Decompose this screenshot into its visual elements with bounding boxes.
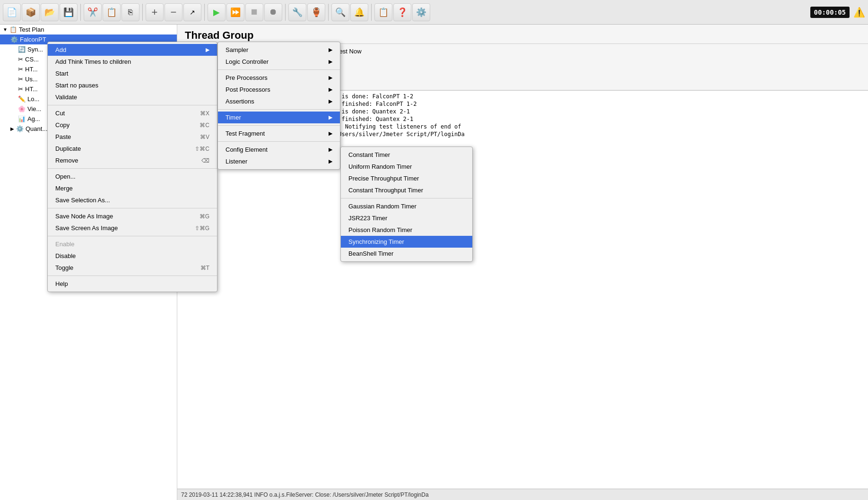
menu-item-label: Validate <box>55 94 77 101</box>
submenu-item-label: Listener <box>226 158 247 165</box>
submenu-item-logic-controller[interactable]: Logic Controller▶ <box>218 56 340 68</box>
submenu-arrow-icon: ▶ <box>329 158 332 164</box>
submenu-arrow-icon: ▶ <box>329 86 332 93</box>
submenu-arrow-icon: ▶ <box>329 114 332 121</box>
menu-item-help[interactable]: Help <box>48 278 217 290</box>
menu-item-cut[interactable]: Cut⌘X <box>48 107 217 119</box>
save-button[interactable]: 💾 <box>60 3 78 21</box>
menu-item-toggle[interactable]: Toggle⌘T <box>48 262 217 274</box>
cut-button[interactable]: ✂️ <box>84 3 102 21</box>
menu-item-label: Copy <box>55 121 69 129</box>
help-button[interactable]: ❓ <box>393 3 411 21</box>
menu-item-add[interactable]: Add▶ <box>48 44 217 56</box>
stop-now-button[interactable]: ⏺ <box>264 3 282 21</box>
menu-item-save-selection-as-[interactable]: Save Selection As... <box>48 194 217 206</box>
timer-item-constant-timer[interactable]: Constant Timer <box>341 149 472 161</box>
run-nopause-button[interactable]: ⏩ <box>226 3 244 21</box>
menu-item-open-[interactable]: Open... <box>48 171 217 182</box>
menu-item-label: Save Screen As Image <box>55 224 118 232</box>
tree-icon-quantex: ⚙️ <box>16 125 24 132</box>
menu-item-start-no-pauses[interactable]: Start no pauses <box>48 79 217 91</box>
copy-button[interactable]: 📋 <box>103 3 121 21</box>
list-button[interactable]: 📋 <box>374 3 392 21</box>
tree-label-ag: Ag... <box>27 115 40 122</box>
menu-item-label: Save Node As Image <box>55 213 113 220</box>
menu-item-paste[interactable]: Paste⌘V <box>48 131 217 143</box>
timer-item-poisson-random-timer[interactable]: Poisson Random Timer <box>341 224 472 236</box>
timer-item-label: Uniform Random Timer <box>348 163 412 170</box>
jar2-button[interactable]: 🏺 <box>307 3 325 21</box>
menu-item-disable[interactable]: Disable <box>48 250 217 262</box>
submenu-item-pre-processors[interactable]: Pre Processors▶ <box>218 72 340 84</box>
open-template-button[interactable]: 📦 <box>22 3 40 21</box>
menu-item-add-think-times-to-children[interactable]: Add Think Times to children <box>48 56 217 68</box>
menu-item-remove[interactable]: Remove⌫ <box>48 155 217 166</box>
expand-button[interactable]: ↗ <box>183 3 201 21</box>
menu-separator <box>218 125 340 126</box>
timer-item-label: JSR223 Timer <box>348 215 387 222</box>
submenu-arrow-icon: ▶ <box>329 130 332 137</box>
settings-button[interactable]: ⚙️ <box>412 3 430 21</box>
menu-item-duplicate[interactable]: Duplicate⇧⌘C <box>48 143 217 155</box>
menu-item-label: Paste <box>55 133 71 140</box>
menu-item-validate[interactable]: Validate <box>48 91 217 103</box>
submenu-item-timer[interactable]: Timer▶ <box>218 112 340 123</box>
submenu-item-test-fragment[interactable]: Test Fragment▶ <box>218 128 340 139</box>
submenu-item-label: Logic Controller <box>226 58 269 65</box>
submenu-item-assertions[interactable]: Assertions▶ <box>218 95 340 107</box>
timer-item-gaussian-random-timer[interactable]: Gaussian Random Timer <box>341 200 472 212</box>
jar1-button[interactable]: 🔧 <box>288 3 306 21</box>
submenu-item-config-element[interactable]: Config Element▶ <box>218 144 340 155</box>
menu-shortcut: ⌘X <box>200 110 209 117</box>
remove-button[interactable]: − <box>165 3 182 21</box>
search-button[interactable]: 🔍 <box>331 3 349 21</box>
menu-item-copy[interactable]: Copy⌘C <box>48 119 217 131</box>
menu-separator <box>48 276 217 276</box>
tree-icon-vie: 🌸 <box>18 105 26 112</box>
sidebar-item-test-plan[interactable]: ▼📋Test Plan <box>0 25 177 34</box>
menu-item-label: Help <box>55 280 68 287</box>
submenu-arrow-icon: ▶ <box>329 147 332 153</box>
separator-3 <box>204 4 205 21</box>
timer-item-jsr223-timer[interactable]: JSR223 Timer <box>341 212 472 224</box>
submenu-item-listener[interactable]: Listener▶ <box>218 155 340 167</box>
timer-item-uniform-random-timer[interactable]: Uniform Random Timer <box>341 161 472 172</box>
separator-6 <box>371 4 372 21</box>
tree-label-vie: Vie... <box>27 105 41 112</box>
open-button[interactable]: 📂 <box>41 3 59 21</box>
menu-item-save-node-as-image[interactable]: Save Node As Image⌘G <box>48 210 217 222</box>
submenu-item-sampler[interactable]: Sampler▶ <box>218 44 340 56</box>
submenu-item-label: Assertions <box>226 98 254 105</box>
stop-button[interactable]: ⏹ <box>245 3 263 21</box>
timer-item-synchronizing-timer[interactable]: Synchronizing Timer <box>341 236 472 248</box>
new-button[interactable]: 📄 <box>3 3 21 21</box>
submenu-item-label: Pre Processors <box>226 74 268 81</box>
tree-icon-us: ✂ <box>18 76 23 83</box>
menu-item-start[interactable]: Start <box>48 68 217 79</box>
tree-icon-cs: ✂ <box>18 56 23 63</box>
timer-item-constant-throughput-timer[interactable]: Constant Throughput Timer <box>341 184 472 196</box>
timer-item-label: Precise Throughput Timer <box>348 175 419 182</box>
tree-icon-ag: 📊 <box>18 115 26 122</box>
menu-item-label: Remove <box>55 157 78 164</box>
tree-arrow-quantex: ▶ <box>10 126 14 131</box>
tree-label-quantex: Quant... <box>26 125 47 132</box>
tree-icon-lo: ✏️ <box>18 95 26 103</box>
menu-item-enable: Enable <box>48 238 217 250</box>
warning-icon: ⚠️ <box>853 7 865 18</box>
tree-icon-ht2: ✂ <box>18 86 23 93</box>
timer-item-beanshell-timer[interactable]: BeanShell Timer <box>341 248 472 259</box>
run-button[interactable]: ▶ <box>208 3 226 21</box>
add-button[interactable]: + <box>146 3 164 21</box>
menu-shortcut: ⌘C <box>200 122 209 129</box>
tree-icon-syn: 🔄 <box>18 46 26 53</box>
timer-item-precise-throughput-timer[interactable]: Precise Throughput Timer <box>341 172 472 184</box>
paste-button[interactable]: ⎘ <box>122 3 139 21</box>
timer-item-label: Constant Throughput Timer <box>348 187 423 194</box>
menu-item-save-screen-as-image[interactable]: Save Screen As Image⇧⌘G <box>48 222 217 234</box>
separator-4 <box>285 4 286 21</box>
menu-item-merge[interactable]: Merge <box>48 182 217 194</box>
menu-item-label: Start no pauses <box>55 82 98 89</box>
submenu-item-post-processors[interactable]: Post Processors▶ <box>218 84 340 95</box>
bell-button[interactable]: 🔔 <box>350 3 368 21</box>
